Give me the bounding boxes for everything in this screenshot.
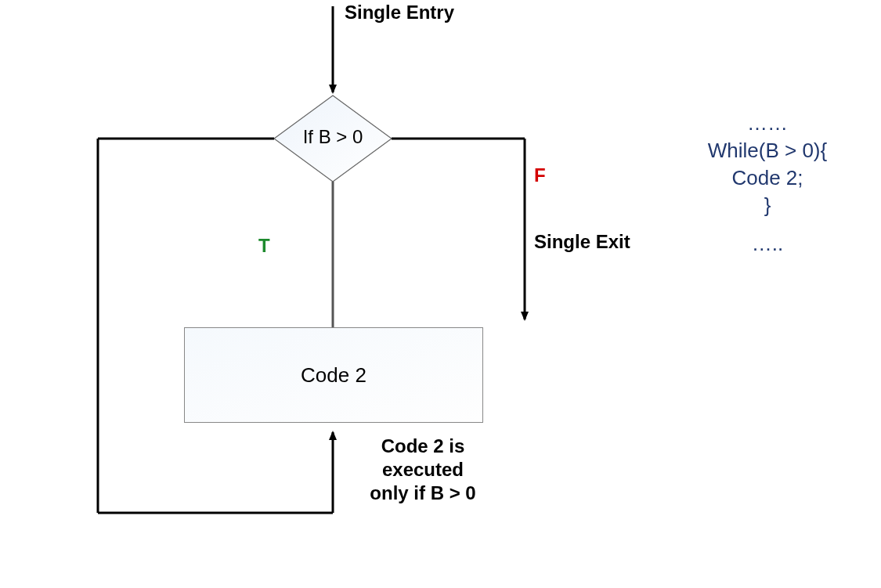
annotation-text: Code 2 is executed only if B > 0 [345, 435, 501, 505]
process-node: Code 2 [184, 327, 483, 423]
code-line1: While(B > 0){ [670, 137, 865, 164]
entry-label: Single Entry [345, 2, 454, 23]
decision-node: If B > 0 [274, 94, 392, 180]
pseudocode-block: …… While(B > 0){ Code 2; } ….. [670, 110, 865, 258]
false-edge-label: F [534, 164, 546, 186]
code-line2: Code 2; [670, 164, 865, 192]
code-post: ….. [670, 230, 865, 258]
decision-label: If B > 0 [274, 94, 392, 180]
true-edge-label: T [258, 235, 270, 257]
exit-label: Single Exit [534, 231, 630, 253]
annotation-line1: Code 2 is [345, 435, 501, 458]
annotation-line3: only if B > 0 [345, 482, 501, 505]
code-line3: } [670, 192, 865, 219]
annotation-line2: executed [345, 458, 501, 482]
process-label: Code 2 [301, 363, 366, 388]
code-pre: …… [670, 110, 865, 137]
